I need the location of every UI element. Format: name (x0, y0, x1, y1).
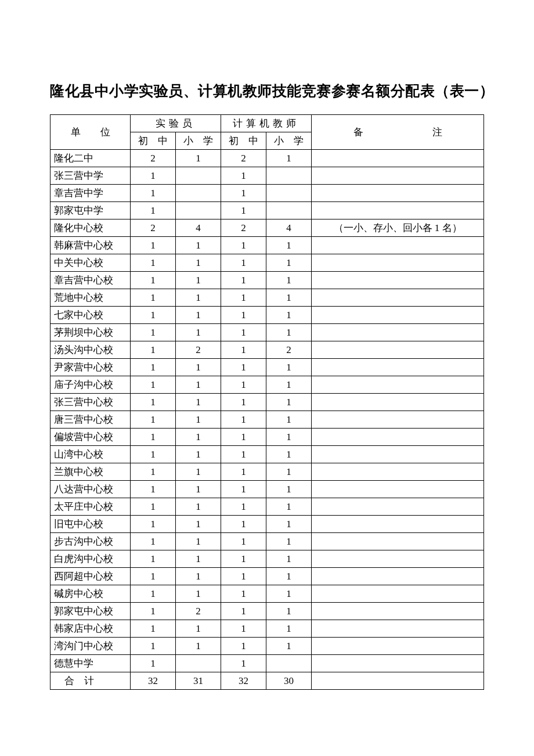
cell-exp-middle: 1 (131, 324, 176, 341)
cell-exp-primary: 1 (176, 498, 221, 516)
cell-note (312, 585, 484, 603)
cell-note (312, 516, 484, 533)
cell-exp-middle: 1 (131, 411, 176, 429)
cell-exp-primary: 1 (176, 289, 221, 307)
cell-exp-primary: 1 (176, 394, 221, 411)
cell-unit: 隆化中心校 (50, 219, 131, 237)
cell-exp-middle: 1 (131, 272, 176, 289)
cell-exp-primary: 1 (176, 411, 221, 429)
cell-it-primary: 1 (266, 446, 312, 463)
cell-exp-primary: 1 (176, 307, 221, 324)
cell-unit: 汤头沟中心校 (50, 341, 131, 359)
cell-unit: 八达营中心校 (50, 481, 131, 498)
table-row: 隆化中心校2424（一小、存小、回小各 1 名） (50, 219, 484, 237)
cell-exp-middle: 1 (131, 498, 176, 516)
cell-it-primary: 2 (266, 341, 312, 359)
cell-total-ip: 30 (266, 672, 312, 690)
cell-it-middle: 1 (221, 585, 266, 603)
cell-it-primary: 1 (266, 394, 312, 411)
cell-it-middle: 1 (221, 341, 266, 359)
cell-it-middle: 1 (221, 463, 266, 481)
table-row: 湾沟门中心校1111 (50, 638, 484, 655)
cell-it-primary: 4 (266, 219, 312, 237)
cell-exp-middle: 1 (131, 550, 176, 568)
cell-it-primary: 1 (266, 359, 312, 376)
table-row: 隆化二中2121 (50, 150, 484, 167)
table-row: 太平庄中心校1111 (50, 498, 484, 516)
cell-unit: 碱房中心校 (50, 585, 131, 603)
table-row: 旧屯中心校1111 (50, 516, 484, 533)
cell-it-primary: 1 (266, 150, 312, 167)
cell-unit: 庙子沟中心校 (50, 376, 131, 394)
cell-note (312, 655, 484, 672)
table-row: 白虎沟中心校1111 (50, 550, 484, 568)
cell-exp-middle: 1 (131, 585, 176, 603)
cell-unit: 兰旗中心校 (50, 463, 131, 481)
cell-it-primary: 1 (266, 516, 312, 533)
cell-note (312, 550, 484, 568)
cell-it-middle: 1 (221, 272, 266, 289)
cell-note (312, 359, 484, 376)
cell-it-primary: 1 (266, 254, 312, 272)
cell-it-primary (266, 655, 312, 672)
cell-it-middle: 1 (221, 568, 266, 585)
table-row: 尹家营中心校1111 (50, 359, 484, 376)
cell-exp-primary: 1 (176, 254, 221, 272)
cell-it-primary: 1 (266, 289, 312, 307)
cell-note (312, 289, 484, 307)
cell-unit: 湾沟门中心校 (50, 638, 131, 655)
cell-note (312, 481, 484, 498)
cell-note (312, 202, 484, 219)
cell-exp-middle: 1 (131, 289, 176, 307)
cell-exp-primary: 4 (176, 219, 221, 237)
cell-it-primary: 1 (266, 568, 312, 585)
table-row: 西阿超中心校1111 (50, 568, 484, 585)
cell-exp-primary: 1 (176, 237, 221, 254)
cell-unit: 山湾中心校 (50, 446, 131, 463)
cell-exp-primary: 2 (176, 341, 221, 359)
cell-exp-middle: 1 (131, 341, 176, 359)
cell-exp-primary: 1 (176, 150, 221, 167)
cell-it-middle: 1 (221, 394, 266, 411)
cell-it-middle: 1 (221, 655, 266, 672)
cell-exp-middle: 1 (131, 533, 176, 550)
cell-exp-primary (176, 202, 221, 219)
cell-it-middle: 2 (221, 150, 266, 167)
cell-exp-primary: 1 (176, 550, 221, 568)
cell-exp-primary: 1 (176, 638, 221, 655)
cell-it-middle: 1 (221, 237, 266, 254)
table-row-total: 合计32313230 (50, 672, 484, 690)
table-row: 荒地中心校1111 (50, 289, 484, 307)
cell-unit: 郭家屯中心校 (50, 603, 131, 620)
cell-unit: 茅荆坝中心校 (50, 324, 131, 341)
cell-exp-primary: 1 (176, 585, 221, 603)
cell-note (312, 185, 484, 202)
cell-it-middle: 1 (221, 603, 266, 620)
page-title: 隆化县中小学实验员、计算机教师技能竞赛参赛名额分配表（表一） (50, 81, 484, 100)
cell-unit: 白虎沟中心校 (50, 550, 131, 568)
cell-it-middle: 1 (221, 550, 266, 568)
cell-exp-primary: 1 (176, 376, 221, 394)
table-row: 章吉营中学11 (50, 185, 484, 202)
cell-it-middle: 1 (221, 254, 266, 272)
table-row: 庙子沟中心校1111 (50, 376, 484, 394)
table-row: 唐三营中心校1111 (50, 411, 484, 429)
cell-note (312, 237, 484, 254)
cell-it-primary: 1 (266, 324, 312, 341)
cell-exp-middle: 1 (131, 638, 176, 655)
cell-exp-middle: 1 (131, 307, 176, 324)
cell-note: （一小、存小、回小各 1 名） (312, 219, 484, 237)
cell-unit: 章吉营中心校 (50, 272, 131, 289)
cell-exp-primary: 2 (176, 603, 221, 620)
cell-unit: 韩麻营中心校 (50, 237, 131, 254)
table-row: 八达营中心校1111 (50, 481, 484, 498)
cell-it-middle: 1 (221, 202, 266, 219)
th-experimenter: 实验员 (131, 115, 221, 132)
cell-it-primary: 1 (266, 376, 312, 394)
cell-note (312, 533, 484, 550)
th-it-middle: 初中 (221, 132, 266, 150)
cell-exp-middle: 1 (131, 603, 176, 620)
cell-exp-primary: 1 (176, 620, 221, 638)
cell-unit: 西阿超中心校 (50, 568, 131, 585)
cell-it-primary: 1 (266, 237, 312, 254)
